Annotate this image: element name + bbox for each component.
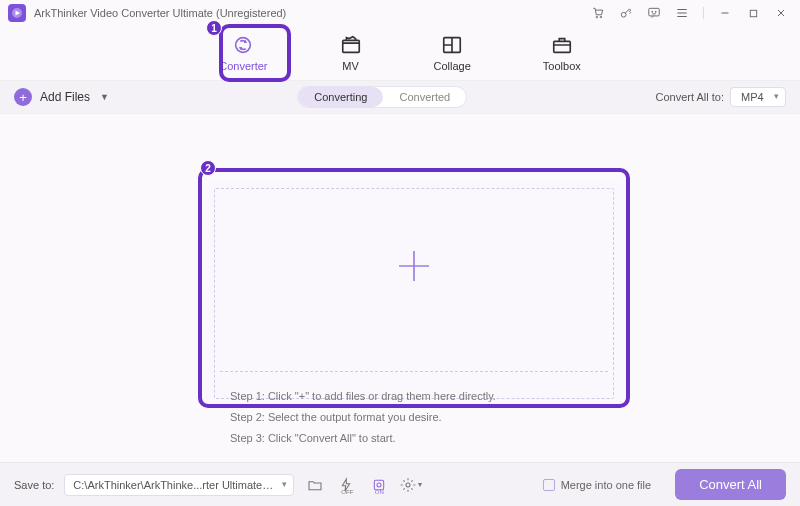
svg-point-3 (600, 16, 602, 18)
close-icon[interactable] (774, 6, 788, 20)
secondary-bar: + Add Files ▼ Converting Converted Conve… (0, 80, 800, 114)
tab-mv[interactable]: MV (332, 30, 370, 76)
svg-point-6 (652, 11, 653, 12)
svg-point-4 (621, 12, 626, 17)
svg-point-7 (655, 11, 656, 12)
bottom-bar: Save to: C:\ArkThinker\ArkThinke...rter … (0, 462, 800, 506)
annotation-badge-1: 1 (206, 20, 222, 36)
step-2: Step 2: Select the output format you des… (230, 407, 496, 428)
title-bar: ArkThinker Video Converter Ultimate (Unr… (0, 0, 800, 26)
open-folder-button[interactable] (304, 474, 326, 496)
svg-rect-8 (750, 10, 756, 16)
tab-label: Toolbox (543, 60, 581, 72)
key-icon[interactable] (619, 6, 633, 20)
svg-point-15 (406, 483, 410, 487)
tab-collage[interactable]: Collage (426, 30, 479, 76)
menu-icon[interactable] (675, 6, 689, 20)
add-files-label: Add Files (40, 90, 90, 104)
mv-icon (340, 34, 362, 56)
title-bar-controls (591, 6, 792, 20)
main-tabs: Converter MV Collage Toolbox (0, 26, 800, 80)
annotation-badge-2: 2 (200, 160, 216, 176)
high-speed-button[interactable]: ON (368, 474, 390, 496)
step-3: Step 3: Click "Convert All" to start. (230, 428, 496, 449)
annotation-highlight-1 (219, 24, 291, 82)
format-dropdown[interactable]: MP4 (730, 87, 786, 107)
minimize-icon[interactable] (718, 6, 732, 20)
app-title: ArkThinker Video Converter Ultimate (Unr… (34, 7, 591, 19)
settings-button[interactable]: ▾ (400, 474, 422, 496)
tab-label: MV (342, 60, 359, 72)
merge-checkbox[interactable]: Merge into one file (543, 479, 652, 491)
add-files-button[interactable]: + Add Files ▼ (14, 88, 109, 106)
merge-label: Merge into one file (561, 479, 652, 491)
svg-point-2 (596, 16, 598, 18)
toolbox-icon (551, 34, 573, 56)
toggle-converted[interactable]: Converted (383, 87, 466, 107)
feedback-icon[interactable] (647, 6, 661, 20)
convert-all-button[interactable]: Convert All (675, 469, 786, 500)
svg-rect-12 (554, 41, 571, 52)
divider (703, 7, 704, 19)
tab-label: Collage (434, 60, 471, 72)
convert-all-to-group: Convert All to: MP4 (656, 87, 786, 107)
chevron-down-icon: ▼ (100, 92, 109, 102)
save-path-dropdown[interactable]: C:\ArkThinker\ArkThinke...rter Ultimate\… (64, 474, 294, 496)
svg-rect-5 (649, 8, 660, 16)
save-to-label: Save to: (14, 479, 54, 491)
convert-all-to-label: Convert All to: (656, 91, 724, 103)
checkbox-icon (543, 479, 555, 491)
plus-icon: + (14, 88, 32, 106)
tab-toolbox[interactable]: Toolbox (535, 30, 589, 76)
toggle-converting[interactable]: Converting (298, 87, 383, 107)
cart-icon[interactable] (591, 6, 605, 20)
status-toggle: Converting Converted (109, 86, 656, 108)
svg-point-14 (377, 483, 381, 487)
maximize-icon[interactable] (746, 6, 760, 20)
collage-icon (441, 34, 463, 56)
app-logo (8, 4, 26, 22)
annotation-highlight-2 (198, 168, 630, 408)
hardware-accel-button[interactable]: OFF (336, 474, 358, 496)
svg-rect-10 (342, 40, 359, 52)
